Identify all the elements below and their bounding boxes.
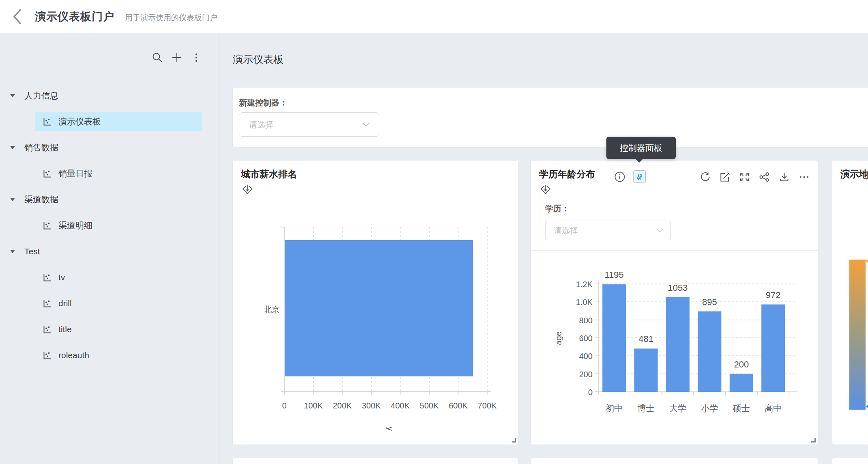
caret-down-icon[interactable] [10,146,15,149]
gradient-handle-top[interactable] [866,258,868,264]
sidebar-toolbar [0,52,219,64]
chevron-left-icon [12,8,23,25]
caret-down-icon[interactable] [10,94,15,97]
resize-handle[interactable] [811,438,816,443]
tree-group-label: 渠道数据 [24,194,58,205]
drill-drag-icon[interactable] [540,183,551,195]
tree-item-drill[interactable]: drill [35,294,202,313]
tree-group-人力信息[interactable]: 人力信息 [0,86,219,105]
share-icon[interactable] [759,172,770,183]
sliders-icon [636,173,644,181]
svg-text:500K: 500K [420,401,439,410]
visual-map-gradient[interactable] [849,260,866,410]
demo-map-card: 演示地图 [832,161,868,445]
tree-item-title[interactable]: title [35,320,202,339]
info-icon[interactable] [614,171,625,183]
tree-item-label: 销量日报 [58,168,92,179]
portal-title: 演示仪表板门户 [35,9,114,24]
chart-icon [42,117,52,127]
svg-text:初中: 初中 [606,404,623,413]
svg-text:1053: 1053 [668,283,688,293]
sidebar: 人力信息演示仪表板销售数据销量日报渠道数据渠道明细Testtvdrilltitl… [0,33,219,464]
chart-icon [42,221,52,230]
edu-age-chart-title: 学历年龄分布 [539,168,595,180]
svg-text:100K: 100K [304,401,323,410]
tree-item-label: tv [58,273,65,282]
resize-handle[interactable] [512,438,516,443]
salary-chart-card: 城市薪水排名 北京0100K200K300K400K500K600K700Ky [233,161,518,445]
svg-text:博士: 博士 [638,404,655,413]
svg-text:400: 400 [579,352,593,361]
tree-item-label: drill [58,299,72,308]
edu-age-chart-card: 学历年龄分布 [531,161,818,445]
tree-item-label: roleauth [58,350,89,360]
tree-item-label: 演示仪表板 [58,116,101,127]
dashboard-canvas: 演示仪表板 新建控制器： 请选择 城市薪水排名 北京0100K200K300K4… [219,33,868,464]
download-icon[interactable] [779,172,790,183]
refresh-icon[interactable] [699,172,710,183]
svg-text:895: 895 [702,297,717,307]
tree-group-label: Test [24,247,40,256]
fullscreen-icon[interactable] [739,172,750,183]
svg-text:1.0K: 1.0K [576,298,593,307]
caret-down-icon[interactable] [10,250,15,253]
salary-chart-title: 城市薪水排名 [241,168,297,180]
svg-text:600K: 600K [449,401,468,410]
portal-subtitle: 用于演示使用的仪表板门户 [125,13,217,23]
chart-icon [42,169,52,178]
tree-group-Test[interactable]: Test [0,242,219,261]
plus-icon[interactable] [171,52,183,63]
chevron-down-icon [362,122,370,127]
tree-item-label: 渠道明细 [58,220,92,231]
svg-text:0: 0 [282,401,286,410]
tree-item-tv[interactable]: tv [35,268,202,287]
svg-text:高中: 高中 [765,404,782,413]
caret-down-icon[interactable] [10,198,15,201]
svg-text:972: 972 [766,290,781,300]
controller-panel-button[interactable] [633,170,646,183]
more-icon[interactable] [799,172,810,183]
svg-text:200K: 200K [333,401,352,410]
tree-item-roleauth[interactable]: roleauth [35,346,202,365]
svg-text:1195: 1195 [605,270,624,280]
svg-text:北京: 北京 [264,305,280,314]
svg-text:700K: 700K [478,401,497,410]
drill-drag-icon[interactable] [242,183,253,195]
app-header: 演示仪表板门户 用于演示使用的仪表板门户 [0,0,868,33]
edit-icon[interactable] [719,172,730,183]
svg-text:400K: 400K [391,401,410,410]
dashboard-tree: 人力信息演示仪表板销售数据销量日报渠道数据渠道明细Testtvdrilltitl… [0,86,219,365]
gradient-handle-bottom[interactable] [866,403,868,410]
edu-filter-select[interactable]: 请选择 [545,221,671,240]
svg-text:硕士: 硕士 [733,404,750,413]
svg-text:800: 800 [579,316,593,325]
controller-panel-tooltip: 控制器面板 [606,137,676,159]
card-divider [531,250,818,251]
svg-text:0: 0 [588,388,593,397]
select-placeholder: 请选择 [554,225,656,236]
svg-text:600: 600 [579,334,593,343]
tree-item-销量日报[interactable]: 销量日报 [35,164,202,183]
svg-text:y: y [386,427,395,431]
chart-icon [42,350,52,360]
back-button[interactable] [12,8,24,26]
tree-item-渠道明细[interactable]: 渠道明细 [35,216,202,235]
chart-toolbar [699,172,810,183]
select-placeholder: 请选择 [249,119,362,130]
kebab-menu-icon[interactable] [191,52,202,63]
new-controller-select[interactable]: 请选择 [239,112,379,137]
tree-item-演示仪表板[interactable]: 演示仪表板 [35,112,202,131]
svg-text:481: 481 [638,334,653,344]
search-icon[interactable] [152,52,163,63]
bottom-card [832,458,868,464]
new-controller-label: 新建控制器： [239,97,288,108]
tooltip-text: 控制器面板 [620,142,662,154]
svg-text:小学: 小学 [701,404,718,413]
tree-group-销售数据[interactable]: 销售数据 [0,138,219,157]
page-title: 演示仪表板 [233,53,284,66]
tree-group-label: 销售数据 [24,142,58,153]
chart-icon [42,299,52,308]
tree-group-渠道数据[interactable]: 渠道数据 [0,190,219,209]
chart-icon [42,273,52,282]
tooltip-arrow [636,159,643,163]
